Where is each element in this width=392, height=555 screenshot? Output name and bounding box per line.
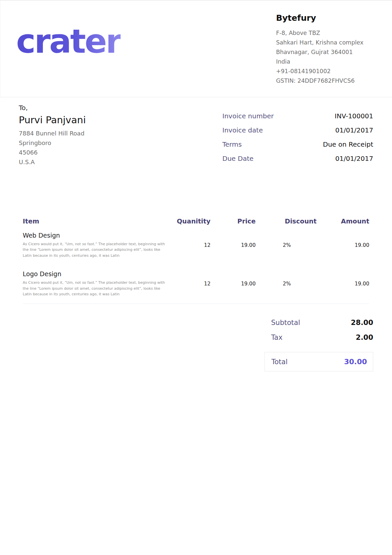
customer-name: Purvi Panjvani: [19, 114, 86, 126]
due-date-label: Due Date: [222, 155, 254, 162]
header-price: Price: [210, 218, 256, 225]
table-row: Web Design As Cicero would put it, “Um, …: [23, 232, 369, 258]
table-row: Logo Design As Cicero would put it, “Um,…: [23, 270, 369, 297]
customer-address-line: U.S.A: [19, 157, 86, 167]
tax-value: 2.00: [356, 333, 373, 341]
item-amount: 19.00: [317, 281, 369, 287]
subtotal-value: 28.00: [351, 318, 373, 327]
crater-logo: crater: [16, 25, 121, 58]
header-item: Item: [23, 218, 169, 225]
company-address-line: India: [276, 57, 375, 67]
company-address: F-8, Above TBZ Sahkari Hart, Krishna com…: [276, 28, 375, 86]
customer-address: 7884 Bunnel Hill Road Springboro 45066 U…: [19, 129, 86, 167]
item-quantity: 12: [169, 242, 210, 248]
invoice-date-label: Invoice date: [222, 126, 263, 134]
company-gstin: GSTIN: 24DDF7682FHVCS6: [276, 76, 375, 86]
tax-label: Tax: [271, 334, 283, 341]
item-discount: 2%: [256, 281, 317, 287]
item-quantity: 12: [169, 281, 210, 287]
invoice-date-row: Invoice date 01/01/2017: [222, 126, 373, 134]
company-address-line: Bhavnagar, Gujrat 364001: [276, 47, 375, 57]
subtotal-label: Subtotal: [271, 319, 300, 327]
header-discount: Discount: [256, 218, 317, 225]
customer-address-line: 7884 Bunnel Hill Road: [19, 129, 86, 138]
invoice-meta: Invoice number INV-100001 Invoice date 0…: [222, 104, 373, 169]
items-table: Item Quanitity Price Discount Amount Web…: [19, 218, 373, 304]
company-address-line: F-8, Above TBZ: [276, 28, 375, 38]
invoice-date-value: 01/01/2017: [335, 126, 373, 134]
invoice-number-row: Invoice number INV-100001: [222, 112, 373, 120]
customer-address-line: Springboro: [19, 138, 86, 148]
terms-row: Terms Due on Receipt: [222, 140, 373, 148]
item-name: Web Design: [23, 232, 169, 239]
item-description: As Cicero would put it, “Um, not so fast…: [23, 280, 169, 297]
header-quantity: Quanitity: [169, 218, 210, 225]
customer-address-line: 45066: [19, 148, 86, 157]
bill-to-label: To,: [19, 104, 86, 112]
subtotal-row: Subtotal 28.00: [265, 318, 373, 327]
invoice-number-value: INV-100001: [335, 112, 373, 120]
item-amount: 19.00: [317, 242, 369, 248]
total-value: 30.00: [344, 358, 367, 366]
invoice-number-label: Invoice number: [222, 112, 274, 120]
header-amount: Amount: [317, 218, 369, 225]
table-divider: [23, 304, 369, 304]
due-date-row: Due Date 01/01/2017: [222, 155, 373, 162]
company-info: Bytefury F-8, Above TBZ Sahkari Hart, Kr…: [276, 12, 375, 86]
company-address-line: Sahkari Hart, Krishna complex: [276, 38, 375, 47]
item-cell: Logo Design As Cicero would put it, “Um,…: [23, 270, 169, 297]
company-name: Bytefury: [276, 13, 375, 23]
due-date-value: 01/01/2017: [335, 155, 373, 162]
terms-value: Due on Receipt: [323, 140, 373, 148]
item-discount: 2%: [256, 242, 317, 248]
item-price: 19.00: [210, 242, 256, 248]
item-name: Logo Design: [23, 270, 169, 278]
item-description: As Cicero would put it, “Um, not so fast…: [23, 241, 169, 258]
parties-section: To, Purvi Panjvani 7884 Bunnel Hill Road…: [19, 97, 373, 169]
total-label: Total: [271, 358, 288, 366]
invoice-page: crater Bytefury F-8, Above TBZ Sahkari H…: [0, 0, 392, 555]
bill-to: To, Purvi Panjvani 7884 Bunnel Hill Road…: [19, 104, 86, 169]
invoice-body: To, Purvi Panjvani 7884 Bunnel Hill Road…: [0, 97, 392, 371]
item-cell: Web Design As Cicero would put it, “Um, …: [23, 232, 169, 258]
invoice-header: crater Bytefury F-8, Above TBZ Sahkari H…: [0, 1, 392, 97]
tax-row: Tax 2.00: [265, 333, 373, 341]
item-price: 19.00: [210, 281, 256, 287]
items-table-header: Item Quanitity Price Discount Amount: [23, 218, 369, 225]
company-phone: +91-08141901002: [276, 67, 375, 76]
total-box: Total 30.00: [265, 352, 373, 371]
terms-label: Terms: [222, 140, 242, 148]
totals-section: Subtotal 28.00 Tax 2.00 Total 30.00: [265, 318, 373, 371]
